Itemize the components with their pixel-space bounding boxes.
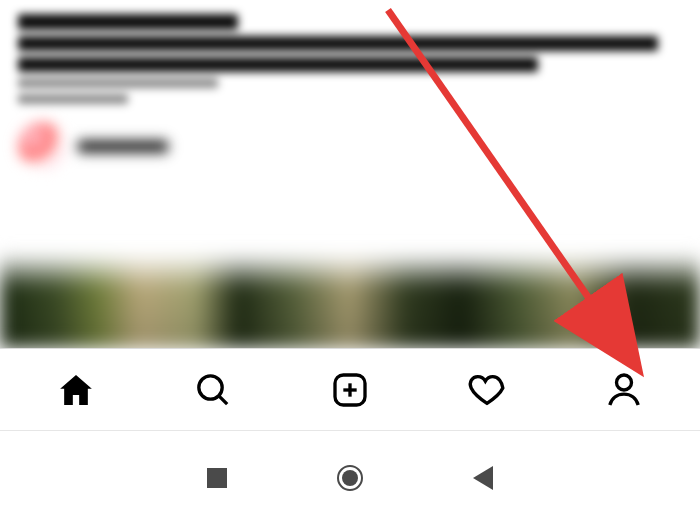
home-tab[interactable] (46, 360, 106, 420)
heart-icon (467, 370, 507, 410)
square-icon (207, 468, 227, 488)
svg-point-0 (199, 375, 222, 398)
post-caption-block (0, 0, 700, 170)
feed-area (0, 0, 700, 348)
create-tab[interactable] (320, 360, 380, 420)
username (78, 140, 168, 153)
next-post-header (18, 122, 682, 170)
caption-line (18, 36, 658, 51)
person-icon (604, 370, 644, 410)
recents-button[interactable] (207, 468, 227, 488)
caption-line (18, 57, 538, 72)
activity-tab[interactable] (457, 360, 517, 420)
profile-tab[interactable] (594, 360, 654, 420)
plus-square-icon (330, 370, 370, 410)
system-nav-bar (0, 454, 700, 502)
search-tab[interactable] (183, 360, 243, 420)
triangle-left-icon (473, 466, 493, 490)
search-icon (193, 370, 233, 410)
caption-line (18, 14, 238, 30)
back-button[interactable] (473, 466, 493, 490)
screenshot-root (0, 0, 700, 519)
divider (0, 430, 700, 431)
avatar (18, 122, 66, 170)
meta-line (18, 78, 218, 88)
circle-icon-inner (342, 470, 358, 486)
post-image-blurred (0, 256, 700, 348)
svg-line-1 (219, 395, 227, 403)
meta-line (18, 94, 128, 104)
svg-point-5 (616, 375, 631, 390)
circle-icon (337, 465, 363, 491)
home-icon (56, 370, 96, 410)
app-tab-bar (0, 348, 700, 430)
home-button[interactable] (337, 465, 363, 491)
